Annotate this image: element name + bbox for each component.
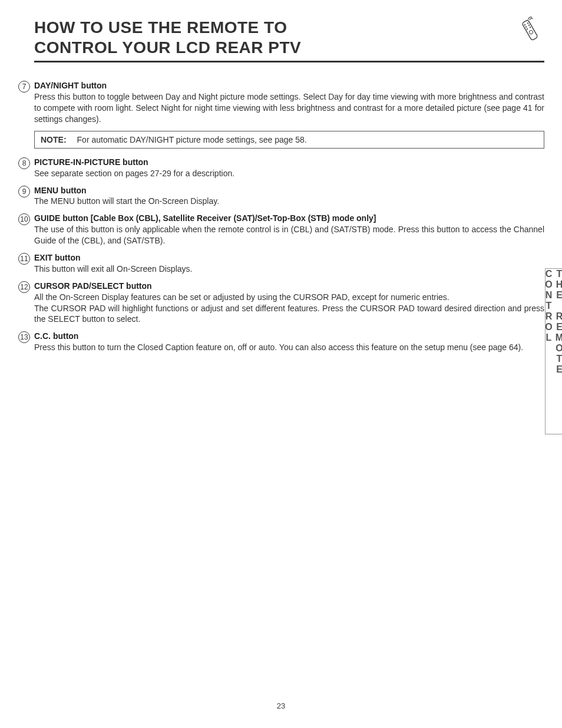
entry-10: 10GUIDE button [Cable Box (CBL), Satelli… [34,213,544,246]
entry-8: 8PICTURE-IN-PICTURE buttonSee separate s… [34,157,544,179]
entry-13: 13C.C. buttonPress this button to turn t… [34,331,544,353]
side-tab: THE REMOTE CONTROL [545,268,562,434]
note-text: For automatic DAY/NIGHT picture mode set… [77,135,307,144]
entry-description: Press this button to turn the Closed Cap… [34,342,544,353]
page-number: 23 [0,701,562,710]
entry-title: EXIT button [34,252,544,263]
circled-number: 13 [18,331,30,343]
svg-rect-0 [522,19,538,40]
entry-number: 8 [18,157,31,169]
entry-body: CURSOR PAD/SELECT buttonAll the On-Scree… [34,281,544,325]
entry-description: All the On-Screen Display features can b… [34,292,544,325]
entry-body: DAY/NIGHT buttonPress this button to tog… [34,80,544,125]
entry-body: PICTURE-IN-PICTURE buttonSee separate se… [34,157,544,179]
entry-body: GUIDE button [Cable Box (CBL), Satellite… [34,213,544,246]
entry-description: The use of this button is only applicabl… [34,224,544,246]
entry-description: This button will exit all On-Screen Disp… [34,263,544,275]
entry-number: 13 [18,331,31,343]
entry-12: 12CURSOR PAD/SELECT buttonAll the On-Scr… [34,281,544,325]
entry-title: CURSOR PAD/SELECT button [34,281,544,292]
circled-number: 10 [18,213,30,225]
remote-icon [516,17,544,45]
entry-title: PICTURE-IN-PICTURE button [34,157,544,168]
circled-number: 9 [18,186,30,197]
entry-description: See separate section on pages 27-29 for … [34,168,544,179]
entry-title: C.C. button [34,331,544,342]
page-title-block: HOW TO USE THE REMOTE TO CONTROL YOUR LC… [34,18,544,62]
circled-number: 8 [18,157,30,169]
circled-number: 11 [18,253,30,265]
entry-description: The MENU button will start the On-Screen… [34,196,544,207]
entry-body: C.C. buttonPress this button to turn the… [34,331,544,353]
circled-number: 7 [18,81,30,93]
entry-11: 11EXIT buttonThis button will exit all O… [34,252,544,275]
entry-title: DAY/NIGHT button [34,80,544,91]
entry-number: 9 [18,185,31,197]
note-box: NOTE:For automatic DAY/NIGHT picture mod… [34,131,544,149]
entry-body: EXIT buttonThis button will exit all On-… [34,252,544,275]
entries-list: 7DAY/NIGHT buttonPress this button to to… [34,80,544,353]
entry-number: 12 [18,281,31,293]
entry-number: 11 [18,252,31,265]
circled-number: 12 [18,281,30,293]
manual-page: HOW TO USE THE REMOTE TO CONTROL YOUR LC… [0,0,562,728]
entry-number: 10 [18,213,31,225]
entry-title: MENU button [34,185,544,196]
page-title-line-2: CONTROL YOUR LCD REAR PTV [34,38,544,58]
side-tab-label: THE REMOTE CONTROL [543,269,562,434]
entry-9: 9MENU buttonThe MENU button will start t… [34,185,544,207]
page-title-line-1: HOW TO USE THE REMOTE TO [34,18,544,38]
entry-body: MENU buttonThe MENU button will start th… [34,185,544,207]
entry-title: GUIDE button [Cable Box (CBL), Satellite… [34,213,544,224]
entry-7: 7DAY/NIGHT buttonPress this button to to… [34,80,544,125]
entry-number: 7 [18,80,31,93]
note-label: NOTE: [41,135,67,144]
entry-description: Press this button to toggle between Day … [34,91,544,125]
